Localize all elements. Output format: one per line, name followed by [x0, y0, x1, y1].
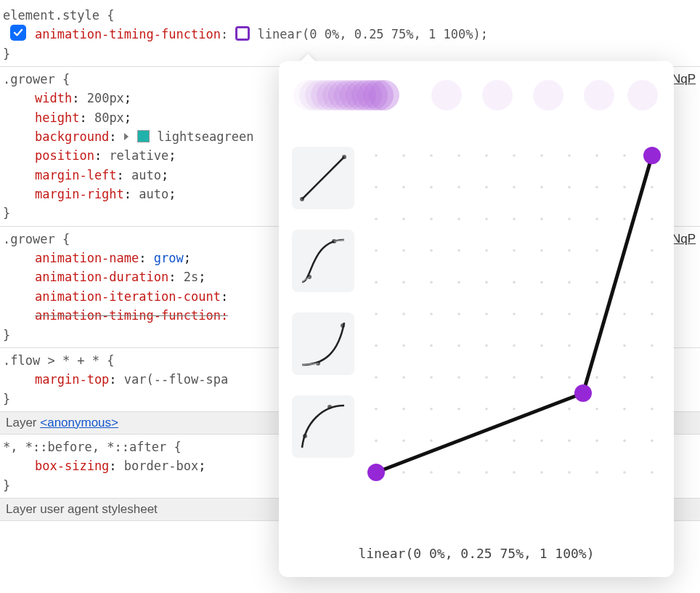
svg-point-65: [430, 312, 433, 315]
svg-point-58: [540, 281, 543, 284]
declaration[interactable]: animation-timing-function: linear(0 0%, …: [3, 25, 694, 44]
easing-handle[interactable]: [367, 464, 385, 481]
selector: element.style: [3, 8, 99, 23]
svg-point-104: [595, 408, 598, 411]
svg-point-20: [402, 186, 405, 189]
svg-point-38: [595, 217, 598, 220]
easing-handle[interactable]: [643, 147, 661, 164]
svg-point-90: [513, 376, 516, 379]
property-value[interactable]: linear(0 0%, 0.25 75%, 1 100%): [258, 27, 481, 41]
layer-link[interactable]: <anonymous>: [40, 416, 118, 429]
svg-point-14: [540, 154, 543, 157]
svg-point-123: [513, 471, 516, 474]
svg-point-126: [595, 471, 598, 474]
svg-point-27: [595, 186, 598, 189]
easing-graph[interactable]: [367, 147, 661, 481]
svg-point-112: [513, 440, 516, 443]
svg-point-98: [430, 408, 433, 411]
svg-point-88: [457, 376, 460, 379]
svg-point-24: [513, 186, 516, 189]
svg-point-111: [485, 440, 488, 443]
svg-point-67: [485, 312, 488, 315]
selector: .grower: [3, 72, 55, 86]
svg-point-95: [651, 376, 654, 379]
svg-point-100: [485, 408, 488, 411]
svg-point-45: [485, 249, 488, 252]
svg-point-52: [375, 281, 378, 284]
svg-point-29: [651, 186, 654, 189]
svg-point-25: [540, 186, 543, 189]
easing-preview: [293, 78, 656, 115]
svg-point-103: [568, 408, 571, 411]
svg-point-124: [540, 471, 543, 474]
svg-point-11: [457, 154, 460, 157]
brace-open: {: [107, 8, 114, 23]
property-name[interactable]: animation-timing-function: [35, 27, 221, 41]
toggle-checkbox[interactable]: [10, 25, 26, 41]
svg-point-35: [513, 217, 516, 220]
preset-linear[interactable]: [292, 147, 354, 209]
svg-point-9: [402, 154, 405, 157]
svg-point-92: [568, 376, 571, 379]
svg-point-94: [623, 376, 626, 379]
svg-point-61: [623, 281, 626, 284]
svg-point-70: [568, 312, 571, 315]
svg-point-15: [568, 154, 571, 157]
expand-icon[interactable]: [124, 133, 129, 140]
svg-point-19: [375, 186, 378, 189]
preset-ease-out[interactable]: [292, 395, 354, 458]
source-link[interactable]: NqP: [672, 70, 696, 89]
svg-point-113: [540, 440, 543, 443]
svg-point-117: [651, 440, 654, 443]
preset-ease[interactable]: [292, 230, 354, 292]
svg-point-99: [457, 408, 460, 411]
preset-ease-in[interactable]: [292, 312, 354, 375]
svg-point-81: [568, 344, 571, 347]
source-link[interactable]: NqP: [672, 230, 696, 249]
svg-point-119: [402, 471, 405, 474]
svg-point-121: [457, 471, 460, 474]
svg-point-56: [485, 281, 488, 284]
svg-point-37: [568, 217, 571, 220]
svg-point-107: [375, 440, 378, 443]
svg-point-23: [485, 186, 488, 189]
easing-function-text: linear(0 0%, 0.25 75%, 1 100%): [279, 546, 674, 561]
svg-point-8: [375, 154, 378, 157]
svg-point-106: [651, 408, 654, 411]
svg-point-36: [540, 217, 543, 220]
svg-point-87: [430, 376, 433, 379]
svg-point-57: [513, 281, 516, 284]
svg-point-39: [623, 217, 626, 220]
svg-point-78: [485, 344, 488, 347]
svg-point-127: [623, 471, 626, 474]
svg-point-91: [540, 376, 543, 379]
easing-swatch-icon[interactable]: [235, 26, 250, 41]
svg-point-53: [402, 281, 405, 284]
svg-point-114: [568, 440, 571, 443]
svg-point-76: [430, 344, 433, 347]
svg-point-96: [375, 408, 378, 411]
svg-point-75: [402, 344, 405, 347]
svg-point-62: [651, 281, 654, 284]
svg-point-108: [402, 440, 405, 443]
easing-handle[interactable]: [574, 384, 592, 402]
svg-point-28: [623, 186, 626, 189]
svg-point-30: [375, 217, 378, 220]
svg-point-48: [568, 249, 571, 252]
svg-point-32: [430, 217, 433, 220]
svg-point-80: [540, 344, 543, 347]
svg-point-44: [457, 249, 460, 252]
svg-point-47: [540, 249, 543, 252]
svg-point-128: [651, 471, 654, 474]
svg-point-10: [430, 154, 433, 157]
svg-point-22: [457, 186, 460, 189]
svg-point-60: [595, 281, 598, 284]
svg-point-64: [402, 312, 405, 315]
svg-point-16: [595, 154, 598, 157]
easing-editor-popover: linear(0 0%, 0.25 75%, 1 100%): [279, 61, 674, 577]
svg-point-85: [375, 376, 378, 379]
svg-point-71: [595, 312, 598, 315]
color-swatch-icon[interactable]: [137, 130, 150, 142]
svg-point-17: [623, 154, 626, 157]
svg-point-93: [595, 376, 598, 379]
